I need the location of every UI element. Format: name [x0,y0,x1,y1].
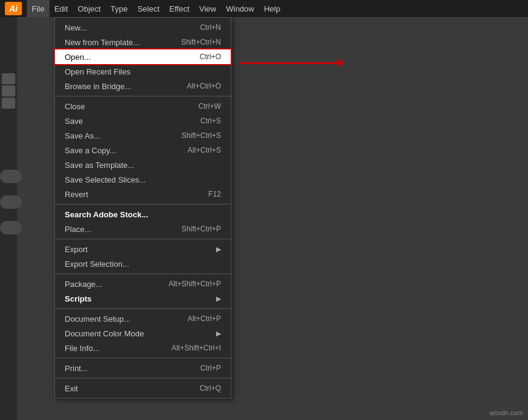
menu-item-scripts[interactable]: Scripts ▶ [55,291,231,306]
separator-7 [55,378,231,378]
menu-item-close[interactable]: Close Ctrl+W [55,99,231,114]
menu-select[interactable]: Select [132,0,164,17]
menu-item-export-selection[interactable]: Export Selection... [55,256,231,271]
menu-item-print[interactable]: Print... Ctrl+P [55,361,231,375]
menu-object[interactable]: Object [73,0,106,17]
menu-item-place[interactable]: Place... Shift+Ctrl+P [55,222,231,236]
file-dropdown-menu: New... Ctrl+N New from Template... Shift… [54,17,231,399]
left-tool-extras [0,73,22,237]
annotation-arrow-open [240,59,344,67]
separator-3 [55,239,231,239]
menu-type[interactable]: Type [106,0,132,17]
menu-item-open[interactable]: Open... Ctrl+O [55,49,231,64]
menu-help[interactable]: Help [259,0,285,17]
menu-item-new-template[interactable]: New from Template... Shift+Ctrl+N [55,35,231,49]
separator-2 [55,204,231,205]
menu-item-export[interactable]: Export ▶ [55,242,231,256]
separator-4 [55,273,231,274]
menu-item-open-recent[interactable]: Open Recent Files [55,64,231,79]
watermark: wsxdn.com [490,409,523,416]
submenu-arrow-export: ▶ [216,245,221,253]
menu-item-search-stock[interactable]: Search Adobe Stock... [55,207,231,222]
menu-window[interactable]: Window [221,0,259,17]
app-logo: Ai [2,0,24,17]
separator-1 [55,96,231,96]
menu-item-doc-setup[interactable]: Document Setup... Alt+Ctrl+P [55,311,231,326]
menu-effect[interactable]: Effect [164,0,194,17]
separator-6 [55,358,231,358]
menu-item-file-info[interactable]: File Info... Alt+Shift+Ctrl+I [55,341,231,355]
ai-logo-box: Ai [5,2,22,15]
separator-5 [55,308,231,309]
menu-item-new[interactable]: New... Ctrl+N [55,20,231,35]
menu-file[interactable]: File [27,0,49,17]
menu-item-bridge[interactable]: Browse in Bridge... Alt+Ctrl+O [55,79,231,93]
menubar: Ai File Edit Object Type Select Effect V… [0,0,528,17]
submenu-arrow-scripts: ▶ [216,295,221,303]
submenu-arrow-color: ▶ [216,330,221,338]
menu-item-save-slices[interactable]: Save Selected Slices... [55,172,231,187]
menu-item-package[interactable]: Package... Alt+Shift+Ctrl+P [55,277,231,291]
menu-item-exit[interactable]: Exit Ctrl+Q [55,381,231,396]
menu-item-revert[interactable]: Revert F12 [55,187,231,201]
menu-edit[interactable]: Edit [49,0,73,17]
menu-view[interactable]: View [194,0,221,17]
menu-item-save-copy[interactable]: Save a Copy... Alt+Ctrl+S [55,143,231,158]
menu-item-save-template[interactable]: Save as Template... [55,158,231,172]
menu-item-doc-color[interactable]: Document Color Mode ▶ [55,326,231,341]
menu-item-save-as[interactable]: Save As... Shift+Ctrl+S [55,128,231,143]
menu-item-save[interactable]: Save Ctrl+S [55,114,231,128]
